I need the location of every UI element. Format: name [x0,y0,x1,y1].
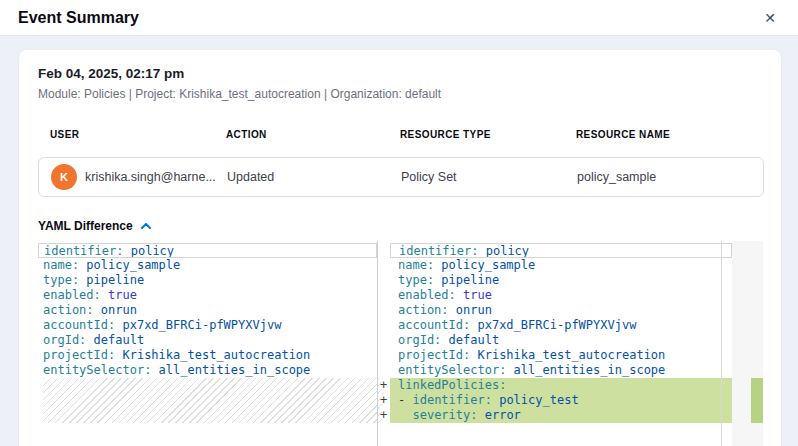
gutter-line [378,258,390,273]
diff-line: accountId: px7xd_BFRCi-pfWPYXVjvw [38,318,377,333]
modal-header: Event Summary ✕ [0,0,798,36]
diff-add-marker: + [378,393,390,408]
diff-line: linkedPolicies: [390,378,732,393]
yaml-diff-editor: identifier: policyname: policy_sampletyp… [38,241,764,446]
diff-original-pane[interactable]: identifier: policyname: policy_sampletyp… [38,241,377,446]
diff-line: orgId: default [38,333,377,348]
resource-type-value: Policy Set [401,170,577,184]
chevron-up-icon [140,222,152,230]
event-timestamp: Feb 04, 2025, 02:17 pm [38,66,764,82]
diff-line: severity: error [390,408,732,423]
event-summary-card: Feb 04, 2025, 02:17 pm Module: Policies … [19,50,781,446]
diff-line: enabled: true [38,288,377,303]
gutter-line [378,363,390,378]
gutter-line [378,333,390,348]
diff-line: action: onrun [38,303,377,318]
diff-line: projectId: Krishika_test_autocreation [390,348,732,363]
diff-line: - identifier: policy_test [390,393,732,408]
diff-line: identifier: policy [38,243,377,258]
diff-gutter: +++ [378,241,390,446]
col-header-action: ACTION [226,129,400,141]
col-header-resource-type: RESOURCE TYPE [400,129,576,141]
resource-name-value: policy_sample [577,170,763,184]
gutter-line [378,318,390,333]
diff-add-marker: + [378,378,390,393]
diff-line: accountId: px7xd_BFRCi-pfWPYXVjvw [390,318,732,333]
gutter-line [378,303,390,318]
event-meta: Module: Policies | Project: Krishika_tes… [38,87,764,101]
diff-overview-ruler[interactable] [732,241,763,446]
gutter-line [378,288,390,303]
modal-body: Feb 04, 2025, 02:17 pm Module: Policies … [0,36,798,446]
user-email: krishika.singh@harne... [85,170,216,184]
gutter-line [378,273,390,288]
gutter-line [378,348,390,363]
col-header-resource-name: RESOURCE NAME [576,129,764,141]
diff-line: orgId: default [390,333,732,348]
collapse-toggle[interactable] [140,222,152,230]
diff-line: entitySelector: all_entities_in_scope [38,363,377,378]
table-row: K krishika.singh@harne... Updated Policy… [38,157,764,197]
diff-line: projectId: Krishika_test_autocreation [38,348,377,363]
yaml-difference-header: YAML Difference [38,219,764,233]
diff-line: name: policy_sample [390,258,732,273]
close-icon[interactable]: ✕ [760,9,780,27]
avatar: K [51,164,77,190]
diff-line: type: pipeline [390,273,732,288]
user-cell: K krishika.singh@harne... [51,164,227,190]
action-value: Updated [227,170,401,184]
yaml-difference-label: YAML Difference [38,219,133,233]
col-header-user: USER [50,129,226,141]
scrollbar-track[interactable] [721,241,722,446]
diff-line: entitySelector: all_entities_in_scope [390,363,732,378]
diff-add-marker: + [378,408,390,423]
diff-line: type: pipeline [38,273,377,288]
insert-marker [751,378,763,423]
page-title: Event Summary [18,9,139,27]
diff-line: identifier: policy [390,243,732,258]
diff-line: action: onrun [390,303,732,318]
diff-line: enabled: true [390,288,732,303]
diff-modified-pane[interactable]: identifier: policyname: policy_sampletyp… [390,241,732,446]
diff-placeholder-hatch [43,378,377,423]
gutter-line [378,243,390,258]
audit-table-header: USER ACTION RESOURCE TYPE RESOURCE NAME [38,129,764,141]
diff-line: name: policy_sample [38,258,377,273]
